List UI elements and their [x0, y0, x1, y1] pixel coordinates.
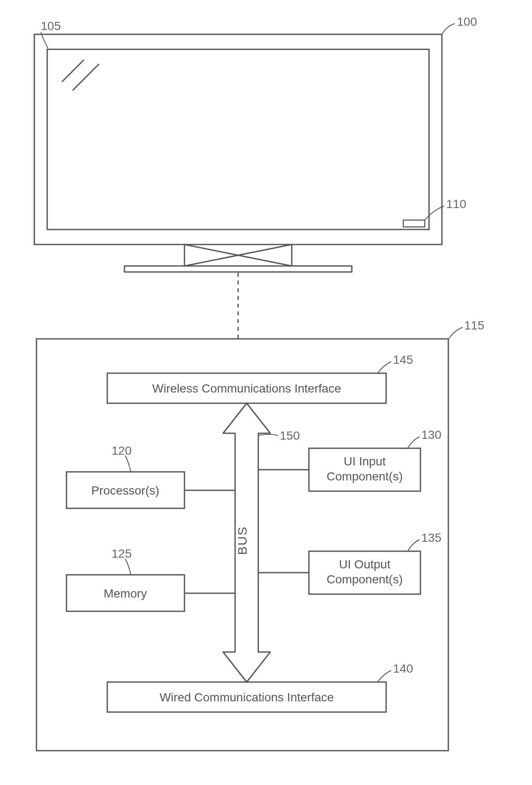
- svg-rect-3: [124, 266, 352, 272]
- label-145: 145: [393, 353, 413, 366]
- block-processor: Processor(s): [66, 472, 184, 508]
- svg-rect-0: [34, 34, 442, 245]
- label-150: 150: [280, 429, 300, 442]
- block-wireless: Wireless Communications Interface: [107, 373, 386, 403]
- block-wireless-label: Wireless Communications Interface: [152, 382, 341, 395]
- block-ui-output-label-1: UI Output: [339, 558, 390, 571]
- block-ui-input-label-2: Component(s): [326, 470, 402, 483]
- label-120: 120: [112, 444, 132, 457]
- block-memory: Memory: [66, 575, 184, 611]
- label-140: 140: [393, 662, 413, 675]
- tv-device: [34, 34, 442, 272]
- glare-icon: [62, 60, 99, 90]
- block-ui-output-label-2: Component(s): [326, 573, 402, 586]
- tv-stand: [124, 245, 352, 272]
- block-memory-label: Memory: [103, 587, 147, 600]
- label-135: 135: [421, 531, 441, 544]
- label-110: 110: [446, 197, 466, 211]
- label-100: 100: [457, 15, 477, 28]
- svg-line-1: [62, 60, 84, 82]
- label-130: 130: [421, 428, 441, 441]
- svg-line-2: [73, 64, 99, 90]
- bus-arrow: BUS: [223, 403, 270, 682]
- label-115: 115: [464, 319, 484, 332]
- tv-screen: [47, 49, 429, 229]
- block-processor-label: Processor(s): [91, 484, 160, 497]
- block-ui-input: UI Input Component(s): [309, 448, 420, 491]
- label-125: 125: [112, 547, 132, 560]
- block-wired-label: Wired Communications Interface: [160, 691, 334, 704]
- tv-sensor: [403, 220, 425, 227]
- block-ui-output: UI Output Component(s): [309, 551, 420, 594]
- block-wired: Wired Communications Interface: [107, 682, 386, 712]
- label-105: 105: [41, 19, 61, 33]
- bus-label: BUS: [235, 526, 249, 555]
- block-ui-input-label-1: UI Input: [344, 455, 386, 468]
